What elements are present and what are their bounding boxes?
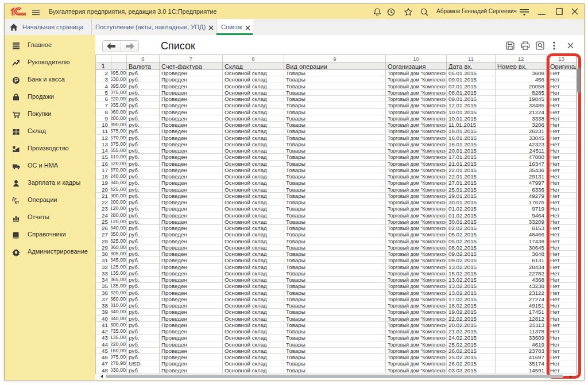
svg-text:Кт: Кт [15,200,20,204]
